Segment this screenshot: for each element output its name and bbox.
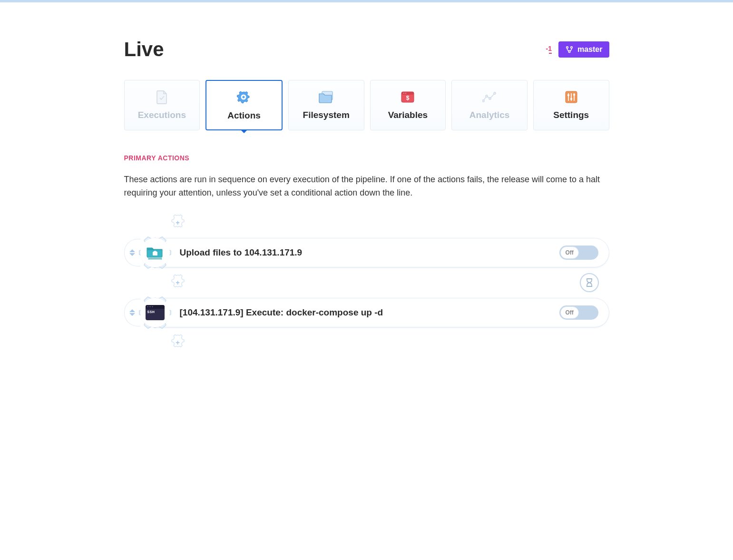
action-row-upload: Upload files to 104.131.171.9 Off xyxy=(124,231,609,274)
tab-actions[interactable]: Actions xyxy=(205,80,283,130)
action-row-ssh: SSH [104.131.171.9] Execute: docker-comp… xyxy=(124,291,609,334)
ftp-upload-icon xyxy=(146,245,164,260)
plus-icon: + xyxy=(176,339,179,346)
svg-point-21 xyxy=(573,94,575,96)
actions-list: + xyxy=(124,214,609,351)
chart-icon xyxy=(457,90,522,104)
page-header: Live -1 master xyxy=(124,2,609,80)
action-card[interactable]: Upload files to 104.131.171.9 Off xyxy=(156,238,609,267)
tab-label: Executions xyxy=(129,110,195,120)
folder-icon xyxy=(293,90,359,104)
section-heading: PRIMARY ACTIONS xyxy=(124,154,609,162)
add-action-top[interactable]: + xyxy=(124,214,609,231)
action-gear[interactable]: SSH xyxy=(134,291,176,334)
gear-icon xyxy=(211,90,277,105)
action-card[interactable]: [104.131.171.9] Execute: docker-compose … xyxy=(156,298,609,327)
branch-name: master xyxy=(577,45,602,54)
diff-dash-icon xyxy=(549,53,552,54)
wait-indicator[interactable] xyxy=(580,273,599,292)
sliders-icon xyxy=(538,90,604,104)
tab-label: Analytics xyxy=(457,110,522,120)
toggle-label: Off xyxy=(560,306,579,319)
tabs-nav: Executions Actions Filesystem xyxy=(124,80,609,130)
action-title: Upload files to 104.131.171.9 xyxy=(180,247,303,258)
tab-analytics[interactable]: Analytics xyxy=(451,80,528,130)
svg-point-4 xyxy=(243,96,245,98)
svg-point-1 xyxy=(571,47,573,49)
header-actions: -1 master xyxy=(546,41,609,58)
tab-label: Filesystem xyxy=(293,110,359,120)
tab-label: Actions xyxy=(211,110,277,121)
dollar-icon: $ xyxy=(375,90,441,104)
tab-label: Settings xyxy=(538,110,604,120)
tab-executions[interactable]: Executions xyxy=(124,80,200,130)
svg-point-11 xyxy=(482,100,484,102)
add-action-bottom[interactable]: + xyxy=(124,334,609,351)
svg-point-9 xyxy=(405,93,406,94)
action-gear[interactable] xyxy=(134,231,176,274)
branch-badge[interactable]: master xyxy=(558,41,609,58)
svg-point-8 xyxy=(403,93,404,94)
svg-text:$: $ xyxy=(406,95,410,101)
svg-point-20 xyxy=(570,98,572,100)
hourglass-icon xyxy=(586,278,593,287)
svg-point-19 xyxy=(567,94,569,96)
ssh-terminal-icon: SSH xyxy=(146,305,165,320)
tab-filesystem[interactable]: Filesystem xyxy=(288,80,364,130)
plus-icon: + xyxy=(176,219,179,226)
section-description: These actions are run in sequence on eve… xyxy=(124,173,609,200)
diff-indicator[interactable]: -1 xyxy=(546,45,552,54)
svg-point-13 xyxy=(489,98,491,99)
branch-icon xyxy=(565,45,574,54)
action-title: [104.131.171.9] Execute: docker-compose … xyxy=(180,307,383,318)
svg-point-24 xyxy=(148,258,149,259)
action-toggle[interactable]: Off xyxy=(559,305,598,320)
tab-variables[interactable]: $ Variables xyxy=(370,80,446,130)
svg-point-0 xyxy=(567,47,568,49)
svg-point-14 xyxy=(494,92,496,94)
toggle-label: Off xyxy=(560,246,579,259)
tab-settings[interactable]: Settings xyxy=(533,80,609,130)
add-action-between[interactable]: + xyxy=(124,274,609,291)
tab-label: Variables xyxy=(375,110,441,120)
svg-point-12 xyxy=(486,95,488,97)
svg-point-25 xyxy=(160,258,162,259)
diff-count: -1 xyxy=(546,45,552,52)
document-check-icon xyxy=(129,90,195,104)
action-toggle[interactable]: Off xyxy=(559,246,598,260)
page-title: Live xyxy=(124,38,164,61)
plus-icon: + xyxy=(176,279,179,286)
